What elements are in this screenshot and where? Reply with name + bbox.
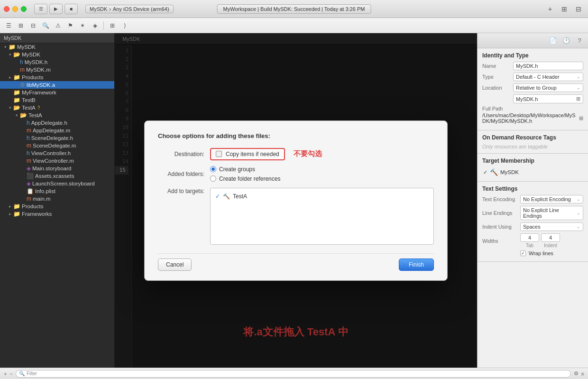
person-icon[interactable]: ✶ bbox=[78, 21, 87, 30]
type-dropdown[interactable]: Default - C Header ⌄ bbox=[513, 73, 583, 81]
folder-yellow-icon: 📂 bbox=[13, 51, 20, 58]
sidebar-item-testb[interactable]: ▸ 📁 TestB bbox=[0, 96, 114, 104]
spacer: ▸ bbox=[20, 120, 27, 126]
filename-input[interactable]: MySDK.h ⊞ bbox=[513, 94, 583, 103]
arrow-icon: ▾ bbox=[13, 112, 20, 119]
scheme-selector[interactable]: MySDK › Any iOS Device (arm64) bbox=[85, 5, 174, 13]
minimize-button[interactable] bbox=[12, 6, 18, 12]
tab-width-input[interactable]: 4 bbox=[520, 233, 539, 242]
add-icon[interactable]: + bbox=[4, 371, 7, 377]
grid-icon[interactable]: ⊞ bbox=[108, 21, 117, 30]
cancel-button[interactable]: Cancel bbox=[158, 259, 192, 271]
sidebar-item-mysdkh[interactable]: ▸ h MySDK.h bbox=[0, 58, 114, 66]
minus-icon[interactable]: − bbox=[9, 371, 12, 377]
bookmark-icon[interactable]: ◈ bbox=[90, 21, 100, 30]
sidebar-item-products1[interactable]: ▸ 📁 Products bbox=[0, 74, 114, 81]
file-inspector-icon[interactable]: 📄 bbox=[548, 36, 558, 46]
wrap-lines-checkbox[interactable]: ✓ bbox=[520, 250, 526, 256]
run-button[interactable]: ▶ bbox=[49, 4, 63, 14]
sidebar-item-mysdkm[interactable]: ▸ m MySDK.m bbox=[0, 66, 114, 74]
type-value: Default - C Header bbox=[516, 74, 560, 80]
name-input[interactable]: MySDK.h bbox=[513, 62, 583, 70]
add-button[interactable]: + bbox=[544, 3, 556, 15]
modal-buttons: Cancel Finish bbox=[158, 253, 434, 271]
sidebar-item-label: MySDK bbox=[22, 52, 40, 57]
target-membership-title: Target Membership bbox=[482, 157, 583, 164]
expand-icon[interactable]: ⟩ bbox=[120, 21, 129, 30]
finish-button[interactable]: Finish bbox=[399, 259, 434, 271]
choose-icon[interactable]: ⊞ bbox=[576, 96, 580, 102]
sort-icon[interactable]: ≡ bbox=[581, 371, 584, 377]
sidebar-item-frameworks[interactable]: ▸ 📁 Frameworks bbox=[0, 210, 114, 218]
add-files-dialog: Choose options for adding these files: D… bbox=[144, 120, 448, 281]
layout-button[interactable]: ⊞ bbox=[559, 3, 570, 15]
indent-width-input[interactable]: 4 bbox=[541, 233, 560, 242]
sidebar-item-mysdk[interactable]: ▾ 📂 MySDK bbox=[0, 51, 114, 58]
sidebar-item-scenedelegateh[interactable]: ▸ h SceneDelegate.h bbox=[0, 134, 114, 142]
modal-overlay: Choose options for adding these files: D… bbox=[115, 33, 477, 368]
folder-icon[interactable]: ⊟ bbox=[28, 21, 38, 30]
wrap-lines-label: Wrap lines bbox=[529, 250, 553, 256]
filter-field[interactable]: 🔍 Filter bbox=[16, 370, 571, 378]
target-check: ✓ bbox=[483, 169, 487, 176]
sidebar-item-products2[interactable]: ▸ 📁 Products bbox=[0, 203, 114, 210]
added-folders-label: Added folders: bbox=[158, 171, 210, 177]
sidebar: MySDK ▾ 📁 MySDK ▾ 📂 MySDK ▸ h MySDK.h ▸ … bbox=[0, 33, 115, 368]
stop-button[interactable]: ■ bbox=[64, 4, 78, 14]
sidebar-item-assetsxcassets[interactable]: ▸ ⬛ Assets.xcassets bbox=[0, 172, 114, 180]
maximize-button[interactable] bbox=[21, 6, 27, 12]
split-button[interactable]: ⊟ bbox=[573, 3, 584, 15]
navigator-toggle-icon[interactable]: ☰ bbox=[4, 21, 13, 30]
sidebar-item-label: Products bbox=[22, 74, 43, 80]
help-icon[interactable]: ? bbox=[575, 36, 584, 46]
arrow-icon: ▸ bbox=[7, 203, 13, 210]
inspector-up-icon[interactable]: ⊞ bbox=[16, 21, 26, 30]
search-icon: 🔍 bbox=[19, 371, 25, 376]
line-endings-dropdown[interactable]: No Explicit Line Endings ⌄ bbox=[520, 206, 583, 220]
sidebar-toggle-button[interactable]: ☰ bbox=[34, 4, 47, 14]
type-label: Type bbox=[482, 74, 513, 80]
reveal-icon[interactable]: ⊞ bbox=[579, 115, 583, 121]
sidebar-item-testa2[interactable]: ▾ 📂 TestA bbox=[0, 111, 114, 119]
sidebar-item-infoplist[interactable]: ▸ 📋 Info.plist bbox=[0, 187, 114, 195]
sidebar-item-viewcontrollerh[interactable]: ▸ h ViewController.h bbox=[0, 149, 114, 157]
sidebar-item-scenedelegatem[interactable]: ▸ m SceneDelegate.m bbox=[0, 142, 114, 149]
search-toolbar-icon[interactable]: 🔍 bbox=[41, 21, 50, 30]
folder-yellow-icon: 📁 bbox=[13, 74, 20, 81]
sidebar-item-label: Products bbox=[22, 203, 43, 209]
plist-icon: 📋 bbox=[27, 188, 34, 194]
sidebar-item-viewcontrollerm[interactable]: ▸ m ViewController.m bbox=[0, 157, 114, 165]
target-check-icon: ✓ bbox=[215, 193, 220, 200]
close-button[interactable] bbox=[4, 6, 9, 12]
text-settings-section: Text Settings Text Encoding No Explicit … bbox=[478, 182, 588, 262]
xcassets-icon: ⬛ bbox=[27, 173, 34, 179]
location-dropdown[interactable]: Relative to Group ⌄ bbox=[513, 83, 583, 92]
sidebar-item-label: MySDK bbox=[17, 44, 36, 50]
encoding-dropdown[interactable]: No Explicit Encoding ⌄ bbox=[520, 195, 583, 203]
toolbar: ☰ ⊞ ⊟ 🔍 ⚠ ⚑ ✶ ◈ ⊞ ⟩ bbox=[0, 18, 588, 33]
filename-value: MySDK.h bbox=[516, 96, 538, 102]
create-groups-radio[interactable] bbox=[210, 166, 216, 172]
settings-icon[interactable]: ⚙ bbox=[574, 370, 579, 377]
sidebar-item-appdelegatem[interactable]: ▸ m AppDelegate.m bbox=[0, 127, 114, 134]
sidebar-item-launchscreenstoryboard[interactable]: ▸ ◈ LaunchScreen.storyboard bbox=[0, 180, 114, 187]
create-folder-refs-radio[interactable] bbox=[210, 176, 216, 182]
history-icon[interactable]: 🕐 bbox=[561, 36, 571, 46]
spacer: ▸ bbox=[20, 157, 27, 164]
sidebar-item-mainstoryboard[interactable]: ▸ ◈ Main.storyboard bbox=[0, 165, 114, 172]
sidebar-item-mysdkroot[interactable]: ▾ 📁 MySDK bbox=[0, 43, 114, 51]
file-m-icon: m bbox=[27, 195, 31, 202]
indent-using-dropdown[interactable]: Spaces ⌄ bbox=[520, 222, 583, 231]
flag-icon[interactable]: ⚑ bbox=[65, 21, 75, 30]
sidebar-item-appdelegateh[interactable]: ▸ h AppDelegate.h bbox=[0, 119, 114, 127]
sidebar-item-mainm[interactable]: ▸ m main.m bbox=[0, 195, 114, 203]
sidebar-item-myframework[interactable]: ▸ 📁 MyFramework bbox=[0, 89, 114, 96]
warning-icon[interactable]: ⚠ bbox=[53, 21, 63, 30]
copy-items-checkbox[interactable] bbox=[216, 151, 222, 157]
sidebar-item-label: AppDelegate.h bbox=[31, 120, 67, 126]
sidebar-item-label: ViewController.h bbox=[31, 150, 71, 156]
sidebar-item-testa[interactable]: ▾ 📂 TestA ? bbox=[0, 104, 114, 111]
radio-group: Create groups Create folder references bbox=[210, 166, 280, 182]
sidebar-item-libmysdka[interactable]: ▸ ⚙ libMySDK.a bbox=[0, 81, 114, 89]
build-status: MyWorkspace | Build MySDK: Succeeded | T… bbox=[217, 4, 371, 14]
